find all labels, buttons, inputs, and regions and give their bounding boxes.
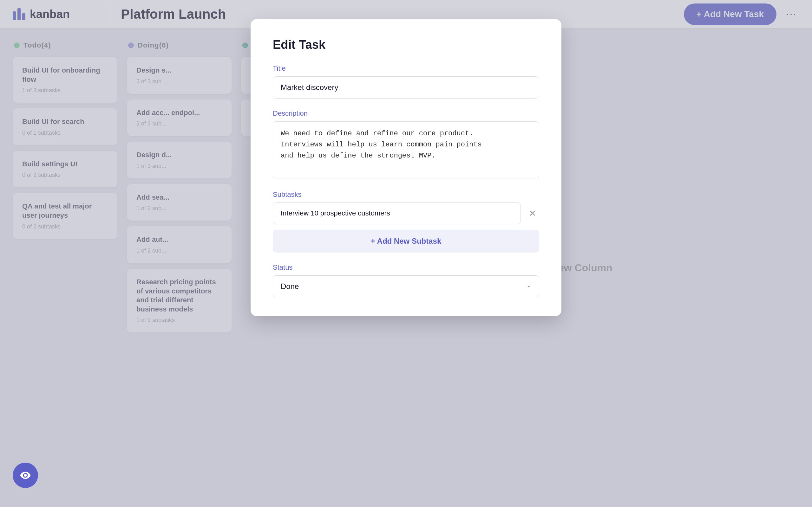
eye-icon [20,469,31,481]
description-textarea[interactable]: We need to define and refine our core pr… [273,121,539,178]
edit-task-modal: Edit Task Title Description We need to d… [251,19,561,316]
subtasks-label: Subtasks [273,190,539,199]
status-select[interactable]: Todo Doing Done [273,275,539,297]
add-subtask-button[interactable]: + Add New Subtask [273,230,539,252]
subtask-input[interactable] [273,203,521,224]
status-label: Status [273,263,539,272]
description-label: Description [273,109,539,118]
title-label: Title [273,64,539,72]
subtask-row: ✕ [273,203,539,224]
title-input[interactable] [273,76,539,99]
eye-button[interactable] [13,463,38,488]
modal-title: Edit Task [273,38,539,52]
remove-subtask-button[interactable]: ✕ [525,206,539,220]
modal-overlay[interactable]: Edit Task Title Description We need to d… [0,0,812,507]
